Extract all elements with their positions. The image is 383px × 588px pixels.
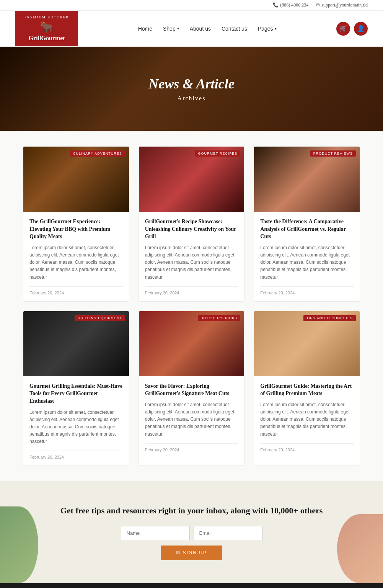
category-badge: PRODUCT REVIEWS xyxy=(310,150,356,157)
phone-number: (888) 4000 234 xyxy=(280,2,308,8)
article-date: February 20, 2024 xyxy=(260,443,354,452)
footer: PREMIUM BUTCHER 🐂 GrillGourmet Popular P… xyxy=(0,583,383,588)
article-excerpt: Lorem ipsum dolor sit amet, consectetuer… xyxy=(260,401,354,438)
category-badge: TIPS AND TECHNIQUES xyxy=(303,315,356,321)
article-excerpt: Lorem ipsum dolor sit amet, consectetuer… xyxy=(145,244,238,281)
newsletter-email-input[interactable] xyxy=(194,526,262,540)
article-body: GrillGourmet's Recipe Showcase: Unleashi… xyxy=(139,212,244,301)
article-excerpt: Lorem ipsum dolor sit amet, consectetuer… xyxy=(29,409,123,446)
newsletter-headline: Get free tips and resources right in you… xyxy=(8,504,375,517)
category-badge: GRILLING EQUIPMENT xyxy=(75,315,125,321)
brand-label: PREMIUM BUTCHER xyxy=(24,15,69,19)
article-excerpt: Lorem ipsum dolor sit amet, consectetuer… xyxy=(145,401,238,438)
phone-icon: 📞 xyxy=(273,2,279,8)
article-card[interactable]: CULINARY ADVENTURES The GrillGourmet Exp… xyxy=(23,146,129,302)
article-card[interactable]: GOURMET RECIPES GrillGourmet's Recipe Sh… xyxy=(139,146,245,302)
article-image: CULINARY ADVENTURES xyxy=(23,147,129,212)
article-body: GrillGourmet Guide: Mastering the Art of… xyxy=(254,376,360,458)
article-excerpt: Lorem ipsum dolor sit amet, consectetuer… xyxy=(29,244,123,281)
newsletter-inputs xyxy=(121,526,262,540)
nav-contact[interactable]: Contact us xyxy=(222,26,247,32)
email-info: ✉ support@yourdomain.tld xyxy=(316,2,368,8)
nav-shop[interactable]: Shop ▾ xyxy=(163,26,179,32)
article-date: February 20, 2024 xyxy=(145,443,238,452)
article-title: GrillGourmet Guide: Mastering the Art of… xyxy=(260,382,354,397)
category-badge: BUTCHER'S PICKS xyxy=(198,315,241,321)
article-title: Savor the Flavor: Exploring GrillGourmet… xyxy=(145,382,238,397)
category-badge: GOURMET RECIPES xyxy=(195,150,240,157)
hero-content: News & Article Archives xyxy=(148,76,235,102)
logo[interactable]: PREMIUM BUTCHER 🐂 GrillGourmet xyxy=(15,11,78,46)
article-body: Savor the Flavor: Exploring GrillGourmet… xyxy=(139,376,244,458)
nav-icon-group: 🛒 👤 xyxy=(336,22,368,36)
hero-subtitle: Archives xyxy=(148,95,235,102)
newsletter-name-input[interactable] xyxy=(121,526,190,540)
article-body: Taste the Difference: A Comparative Anal… xyxy=(254,212,360,301)
hero-title: News & Article xyxy=(148,76,235,92)
article-date: February 20, 2024 xyxy=(29,451,123,459)
article-date: February 20, 2024 xyxy=(145,286,238,295)
article-title: The GrillGourmet Experience: Elevating Y… xyxy=(29,218,123,240)
newsletter-section: Get free tips and resources right in you… xyxy=(0,481,383,583)
cart-button[interactable]: 🛒 xyxy=(336,22,350,36)
article-image: GOURMET RECIPES xyxy=(139,147,244,212)
category-badge: CULINARY ADVENTURES xyxy=(70,150,125,157)
article-title: Gourmet Grilling Essentials: Must-Have T… xyxy=(29,382,123,405)
user-button[interactable]: 👤 xyxy=(354,22,368,36)
article-excerpt: Lorem ipsum dolor sit amet, consectetuer… xyxy=(260,244,354,281)
article-card[interactable]: PRODUCT REVIEWS Taste the Difference: A … xyxy=(254,146,360,302)
main-nav: Home Shop ▾ About us Contact us Pages ▾ xyxy=(78,26,336,32)
nav-pages[interactable]: Pages ▾ xyxy=(258,26,277,32)
article-body: Gourmet Grilling Essentials: Must-Have T… xyxy=(23,376,129,466)
article-card[interactable]: BUTCHER'S PICKS Savor the Flavor: Explor… xyxy=(139,311,245,466)
brand-bull-icon: 🐂 xyxy=(40,21,54,33)
email-address: support@yourdomain.tld xyxy=(321,2,368,8)
articles-grid: CULINARY ADVENTURES The GrillGourmet Exp… xyxy=(23,146,360,466)
article-image: PRODUCT REVIEWS xyxy=(254,147,360,212)
email-icon: ✉ xyxy=(316,2,320,8)
top-bar: 📞 (888) 4000 234 ✉ support@yourdomain.tl… xyxy=(0,0,383,11)
brand-name: GrillGourmet xyxy=(29,35,65,42)
article-image: TIPS AND TECHNIQUES xyxy=(254,311,360,376)
article-card[interactable]: GRILLING EQUIPMENT Gourmet Grilling Esse… xyxy=(23,311,129,466)
main-content: CULINARY ADVENTURES The GrillGourmet Exp… xyxy=(0,131,383,481)
nav-about[interactable]: About us xyxy=(190,26,211,32)
article-title: Taste the Difference: A Comparative Anal… xyxy=(260,218,354,240)
article-card[interactable]: TIPS AND TECHNIQUES GrillGourmet Guide: … xyxy=(254,311,360,466)
article-date: February 20, 2024 xyxy=(29,286,123,295)
article-image: BUTCHER'S PICKS xyxy=(139,311,244,376)
article-image: GRILLING EQUIPMENT xyxy=(23,311,129,376)
hero-section: News & Article Archives xyxy=(0,47,383,131)
phone-info: 📞 (888) 4000 234 xyxy=(273,2,308,8)
header: PREMIUM BUTCHER 🐂 GrillGourmet Home Shop… xyxy=(0,11,383,47)
article-date: February 20, 2024 xyxy=(260,286,354,295)
nav-home[interactable]: Home xyxy=(138,26,152,32)
article-title: GrillGourmet's Recipe Showcase: Unleashi… xyxy=(145,218,238,240)
newsletter-signup-button[interactable]: ✉ SIGN UP xyxy=(161,546,222,560)
newsletter-form: ✉ SIGN UP xyxy=(8,526,375,560)
article-body: The GrillGourmet Experience: Elevating Y… xyxy=(23,212,129,301)
